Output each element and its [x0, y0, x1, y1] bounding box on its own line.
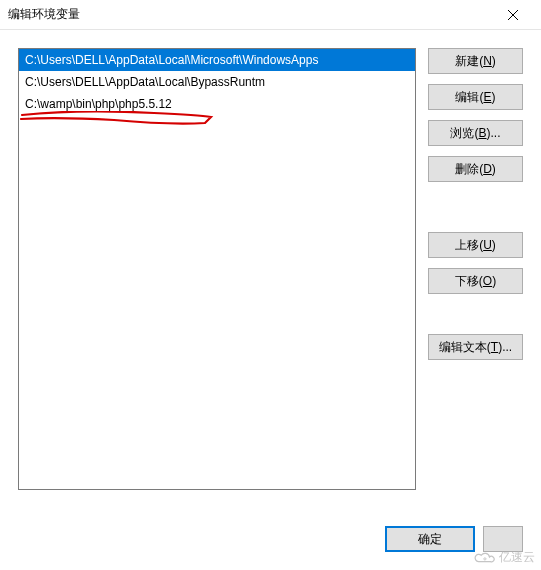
- browse-button[interactable]: 浏览(B)...: [428, 120, 523, 146]
- ok-button[interactable]: 确定: [385, 526, 475, 552]
- close-icon: [508, 10, 518, 20]
- close-button[interactable]: [493, 1, 533, 29]
- delete-button[interactable]: 删除(D): [428, 156, 523, 182]
- move-down-button[interactable]: 下移(O): [428, 268, 523, 294]
- watermark-text: 亿速云: [499, 549, 535, 566]
- svg-point-0: [484, 557, 486, 559]
- cloud-icon: [473, 550, 495, 566]
- side-button-panel: 新建(N) 编辑(E) 浏览(B)... 删除(D) 上移(U) 下移(O) 编…: [428, 48, 523, 490]
- list-item[interactable]: C:\Users\DELL\AppData\Local\BypassRuntm: [19, 71, 415, 93]
- watermark: 亿速云: [473, 549, 535, 566]
- edit-button[interactable]: 编辑(E): [428, 84, 523, 110]
- dialog-body: C:\Users\DELL\AppData\Local\Microsoft\Wi…: [0, 30, 541, 500]
- move-up-button[interactable]: 上移(U): [428, 232, 523, 258]
- list-item[interactable]: C:\wamp\bin\php\php5.5.12: [19, 93, 415, 115]
- title-bar: 编辑环境变量: [0, 0, 541, 30]
- list-item[interactable]: C:\Users\DELL\AppData\Local\Microsoft\Wi…: [19, 49, 415, 71]
- annotation-underline: [19, 111, 416, 141]
- dialog-title: 编辑环境变量: [8, 6, 493, 23]
- path-listbox[interactable]: C:\Users\DELL\AppData\Local\Microsoft\Wi…: [18, 48, 416, 490]
- new-button[interactable]: 新建(N): [428, 48, 523, 74]
- edit-text-button[interactable]: 编辑文本(T)...: [428, 334, 523, 360]
